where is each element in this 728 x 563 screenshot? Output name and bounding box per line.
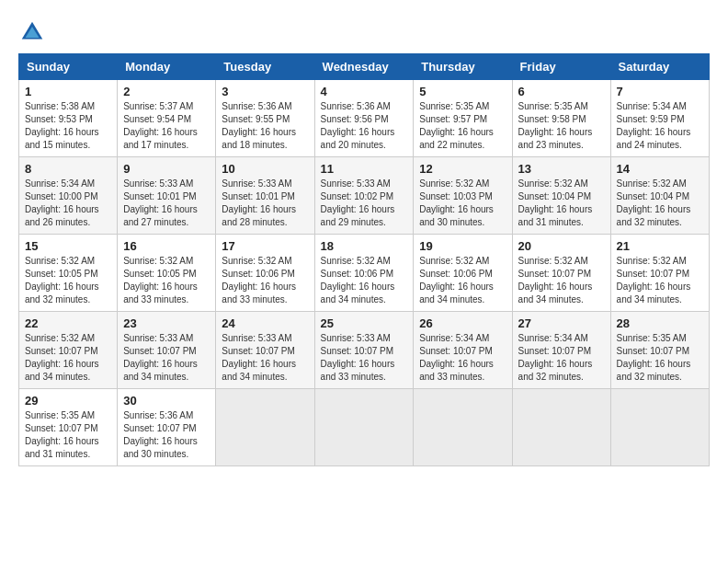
day-info: Sunrise: 5:35 AMSunset: 10:07 PMDaylight… [25,409,111,461]
table-row: 19Sunrise: 5:32 AMSunset: 10:06 PMDaylig… [414,235,512,312]
day-info: Sunrise: 5:33 AMSunset: 10:07 PMDaylight… [321,332,408,384]
table-row: 22Sunrise: 5:32 AMSunset: 10:07 PMDaylig… [19,312,118,389]
day-info: Sunrise: 5:36 AMSunset: 9:55 PMDaylight:… [222,100,308,152]
table-row: 17Sunrise: 5:32 AMSunset: 10:06 PMDaylig… [216,235,314,312]
day-info: Sunrise: 5:36 AMSunset: 10:07 PMDaylight… [123,409,210,461]
calendar-week-row: 1Sunrise: 5:38 AMSunset: 9:53 PMDaylight… [19,80,710,157]
day-number: 28 [617,316,703,330]
day-info: Sunrise: 5:33 AMSunset: 10:07 PMDaylight… [222,332,308,384]
table-row: 13Sunrise: 5:32 AMSunset: 10:04 PMDaylig… [512,157,610,235]
day-number: 14 [617,162,703,176]
table-row: 26Sunrise: 5:34 AMSunset: 10:07 PMDaylig… [414,312,512,389]
day-info: Sunrise: 5:33 AMSunset: 10:02 PMDaylight… [321,178,408,229]
table-row: 24Sunrise: 5:33 AMSunset: 10:07 PMDaylig… [216,312,314,389]
table-row: 25Sunrise: 5:33 AMSunset: 10:07 PMDaylig… [314,312,414,389]
table-row: 4Sunrise: 5:36 AMSunset: 9:56 PMDaylight… [314,80,414,157]
table-row: 10Sunrise: 5:33 AMSunset: 10:01 PMDaylig… [216,157,314,235]
day-number: 16 [123,239,210,253]
day-info: Sunrise: 5:32 AMSunset: 10:07 PMDaylight… [518,255,605,306]
day-number: 9 [123,162,210,176]
day-number: 23 [123,316,210,330]
day-number: 7 [617,85,703,98]
day-number: 6 [518,85,605,98]
day-number: 15 [25,239,111,253]
table-row: 28Sunrise: 5:35 AMSunset: 10:07 PMDaylig… [610,312,709,389]
logo-icon [18,18,46,46]
col-sunday: Sunday [19,54,118,80]
day-number: 13 [518,162,605,176]
table-row: 3Sunrise: 5:36 AMSunset: 9:55 PMDaylight… [216,80,314,157]
table-row [414,389,512,466]
table-row: 20Sunrise: 5:32 AMSunset: 10:07 PMDaylig… [512,235,610,312]
table-row: 23Sunrise: 5:33 AMSunset: 10:07 PMDaylig… [118,312,216,389]
col-saturday: Saturday [610,54,709,80]
day-info: Sunrise: 5:37 AMSunset: 9:54 PMDaylight:… [123,100,210,152]
day-info: Sunrise: 5:32 AMSunset: 10:07 PMDaylight… [617,255,703,306]
table-row: 15Sunrise: 5:32 AMSunset: 10:05 PMDaylig… [19,235,118,312]
table-row: 6Sunrise: 5:35 AMSunset: 9:58 PMDaylight… [512,80,610,157]
calendar-table: Sunday Monday Tuesday Wednesday Thursday… [18,53,710,466]
table-row: 7Sunrise: 5:34 AMSunset: 9:59 PMDaylight… [610,80,709,157]
day-info: Sunrise: 5:34 AMSunset: 9:59 PMDaylight:… [617,100,703,152]
calendar-week-row: 15Sunrise: 5:32 AMSunset: 10:05 PMDaylig… [19,235,710,312]
calendar-week-row: 29Sunrise: 5:35 AMSunset: 10:07 PMDaylig… [19,389,710,466]
day-number: 30 [123,394,210,408]
day-number: 3 [222,85,308,98]
day-number: 8 [25,162,111,176]
day-number: 19 [419,239,506,253]
day-info: Sunrise: 5:32 AMSunset: 10:06 PMDaylight… [419,255,506,306]
day-number: 5 [419,85,506,98]
table-row: 12Sunrise: 5:32 AMSunset: 10:03 PMDaylig… [414,157,512,235]
calendar-week-row: 8Sunrise: 5:34 AMSunset: 10:00 PMDayligh… [19,157,710,235]
day-info: Sunrise: 5:32 AMSunset: 10:04 PMDaylight… [617,178,703,229]
day-info: Sunrise: 5:36 AMSunset: 9:56 PMDaylight:… [321,100,408,152]
day-number: 1 [25,85,111,98]
page-header [18,18,710,46]
day-info: Sunrise: 5:34 AMSunset: 10:07 PMDaylight… [419,332,506,384]
table-row: 9Sunrise: 5:33 AMSunset: 10:01 PMDayligh… [118,157,216,235]
day-number: 17 [222,239,308,253]
col-wednesday: Wednesday [314,54,414,80]
table-row: 1Sunrise: 5:38 AMSunset: 9:53 PMDaylight… [19,80,118,157]
day-number: 12 [419,162,506,176]
day-info: Sunrise: 5:32 AMSunset: 10:05 PMDaylight… [25,255,111,306]
day-info: Sunrise: 5:32 AMSunset: 10:07 PMDaylight… [25,332,111,384]
table-row: 5Sunrise: 5:35 AMSunset: 9:57 PMDaylight… [414,80,512,157]
day-number: 10 [222,162,308,176]
table-row: 2Sunrise: 5:37 AMSunset: 9:54 PMDaylight… [118,80,216,157]
table-row: 8Sunrise: 5:34 AMSunset: 10:00 PMDayligh… [19,157,118,235]
table-row: 11Sunrise: 5:33 AMSunset: 10:02 PMDaylig… [314,157,414,235]
logo [18,18,50,46]
col-monday: Monday [118,54,216,80]
table-row: 16Sunrise: 5:32 AMSunset: 10:05 PMDaylig… [118,235,216,312]
day-number: 25 [321,316,408,330]
calendar-week-row: 22Sunrise: 5:32 AMSunset: 10:07 PMDaylig… [19,312,710,389]
day-number: 2 [123,85,210,98]
day-number: 4 [321,85,408,98]
day-info: Sunrise: 5:34 AMSunset: 10:07 PMDaylight… [518,332,605,384]
table-row: 14Sunrise: 5:32 AMSunset: 10:04 PMDaylig… [610,157,709,235]
day-number: 27 [518,316,605,330]
col-thursday: Thursday [414,54,512,80]
col-tuesday: Tuesday [216,54,314,80]
day-number: 22 [25,316,111,330]
table-row [512,389,610,466]
table-row [314,389,414,466]
table-row: 18Sunrise: 5:32 AMSunset: 10:06 PMDaylig… [314,235,414,312]
day-info: Sunrise: 5:35 AMSunset: 9:58 PMDaylight:… [518,100,605,152]
day-info: Sunrise: 5:34 AMSunset: 10:00 PMDaylight… [25,178,111,229]
table-row: 29Sunrise: 5:35 AMSunset: 10:07 PMDaylig… [19,389,118,466]
day-info: Sunrise: 5:32 AMSunset: 10:06 PMDaylight… [321,255,408,306]
table-row: 21Sunrise: 5:32 AMSunset: 10:07 PMDaylig… [610,235,709,312]
day-info: Sunrise: 5:35 AMSunset: 10:07 PMDaylight… [617,332,703,384]
day-number: 29 [25,394,111,408]
day-number: 18 [321,239,408,253]
day-number: 11 [321,162,408,176]
table-row [216,389,314,466]
day-info: Sunrise: 5:32 AMSunset: 10:06 PMDaylight… [222,255,308,306]
col-friday: Friday [512,54,610,80]
day-number: 21 [617,239,703,253]
day-info: Sunrise: 5:32 AMSunset: 10:04 PMDaylight… [518,178,605,229]
day-info: Sunrise: 5:32 AMSunset: 10:03 PMDaylight… [419,178,506,229]
table-row: 30Sunrise: 5:36 AMSunset: 10:07 PMDaylig… [118,389,216,466]
